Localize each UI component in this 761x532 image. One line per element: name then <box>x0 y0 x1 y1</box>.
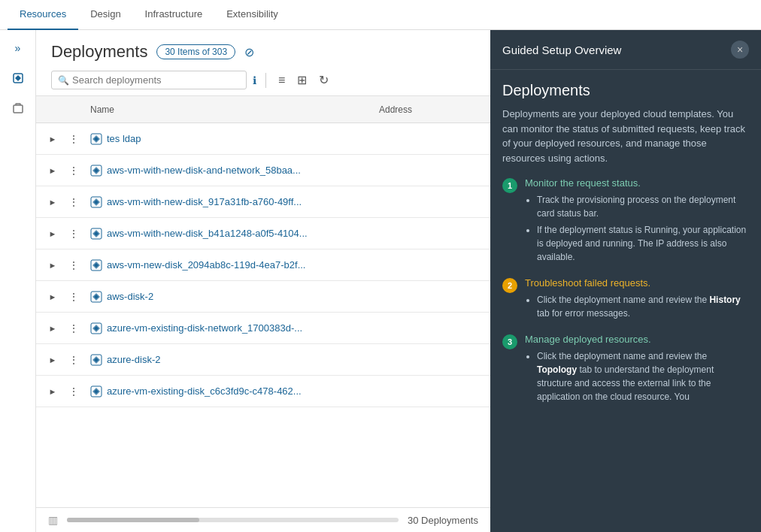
step-content: Troubleshoot failed requests. Click the … <box>525 277 749 323</box>
step-bullet: Click the deployment name and review the… <box>537 293 749 320</box>
tab-design[interactable]: Design <box>78 0 132 30</box>
row-menu[interactable]: ⋮ <box>63 259 84 271</box>
step-3: 3 Manage deployed resources. Click the d… <box>502 334 749 407</box>
table-row[interactable]: ► ⋮ azure-vm-existing-disk-network_17003… <box>36 313 490 344</box>
deployment-link[interactable]: azure-disk-2 <box>107 354 161 365</box>
filter-icon[interactable]: ⊘ <box>244 45 254 59</box>
row-name: aws-disk-2 <box>84 291 379 303</box>
step-number: 2 <box>502 278 517 293</box>
step-2: 2 Troubleshoot failed requests. Click th… <box>502 277 749 323</box>
table-wrap: Name Address ► ⋮ tes ldap ► ⋮ aws-vm-w <box>36 95 490 532</box>
deployment-link[interactable]: aws-vm-with-new-disk_917a31fb-a760-49ff.… <box>107 196 302 207</box>
table-row[interactable]: ► ⋮ aws-vm-with-new-disk_b41a1248-a0f5-4… <box>36 218 490 249</box>
panel-title: Guided Setup Overview <box>502 44 621 56</box>
vertical-divider <box>265 73 266 88</box>
deployment-link[interactable]: aws-vm-with-new-disk-and-network_58baa..… <box>107 165 301 176</box>
table-row[interactable]: ► ⋮ tes ldap <box>36 123 490 155</box>
info-icon[interactable]: ℹ <box>253 74 256 86</box>
deployment-icon <box>90 291 102 303</box>
deployment-link[interactable]: azure-vm-existing-disk-network_1700383d-… <box>107 322 302 334</box>
row-expand[interactable]: ► <box>42 355 63 364</box>
deployment-icon <box>90 259 102 271</box>
deployments-header: Deployments 30 Items of 303 ⊘ <box>36 30 490 68</box>
deployment-icon <box>90 133 102 145</box>
deployment-icon <box>90 228 102 240</box>
row-menu[interactable]: ⋮ <box>63 228 84 240</box>
row-name: aws-vm-with-new-disk-and-network_58baa..… <box>84 165 379 177</box>
table-row[interactable]: ► ⋮ azure-vm-existing-disk_c6c3fd9c-c478… <box>36 376 490 407</box>
step-content: Manage deployed resources. Click the dep… <box>525 334 749 407</box>
search-bar: 🔍 ℹ ≡ ⊞ ↻ <box>36 68 490 95</box>
table-row[interactable]: ► ⋮ azure-disk-2 <box>36 344 490 376</box>
table-footer: ▥ 30 Deployments <box>36 507 490 532</box>
footer-icons: ▥ <box>48 514 58 526</box>
sidebar: » <box>0 30 36 532</box>
search-input[interactable] <box>72 74 240 86</box>
row-expand[interactable]: ► <box>42 135 63 144</box>
step-1: 1 Monitor the request status. Track the … <box>502 177 749 267</box>
deployment-link[interactable]: aws-disk-2 <box>107 291 153 302</box>
panel-icon[interactable]: ▥ <box>48 514 58 526</box>
tab-resources[interactable]: Resources <box>8 0 78 30</box>
table-row[interactable]: ► ⋮ aws-vm-with-new-disk-and-network_58b… <box>36 155 490 186</box>
row-menu[interactable]: ⋮ <box>63 354 84 366</box>
row-expand[interactable]: ► <box>42 198 63 207</box>
table-header: Name Address <box>36 96 490 123</box>
row-menu[interactable]: ⋮ <box>63 385 84 397</box>
scrollbar-thumb <box>67 518 199 522</box>
horizontal-scrollbar[interactable] <box>67 518 399 522</box>
row-name: aws-vm-with-new-disk_917a31fb-a760-49ff.… <box>84 196 379 208</box>
tab-extensibility[interactable]: Extensibility <box>214 0 290 30</box>
deployment-icon <box>90 385 102 397</box>
row-menu[interactable]: ⋮ <box>63 133 84 145</box>
deployment-link[interactable]: tes ldap <box>107 133 141 144</box>
step-title: Monitor the request status. <box>525 177 749 189</box>
refresh-button[interactable]: ↻ <box>316 71 332 89</box>
row-name: tes ldap <box>84 133 379 145</box>
panel-body: Deployments Deployments are your deploye… <box>490 70 761 532</box>
step-bullet: Click the deployment name and review the… <box>537 349 749 404</box>
step-number: 1 <box>502 178 517 193</box>
deployment-icon <box>90 354 102 366</box>
tab-infrastructure[interactable]: Infrastructure <box>133 0 215 30</box>
table-body: ► ⋮ tes ldap ► ⋮ aws-vm-with-new-disk-an… <box>36 123 490 507</box>
panel-section-title: Deployments <box>502 82 749 99</box>
row-menu[interactable]: ⋮ <box>63 165 84 177</box>
row-name: aws-vm-new-disk_2094ab8c-119d-4ea7-b2f..… <box>84 259 379 271</box>
step-title: Troubleshoot failed requests. <box>525 277 749 289</box>
deployment-link[interactable]: aws-vm-new-disk_2094ab8c-119d-4ea7-b2f..… <box>107 259 305 271</box>
table-row[interactable]: ► ⋮ aws-disk-2 <box>36 281 490 313</box>
footer-count: 30 Deployments <box>408 515 478 526</box>
diamond-icon <box>12 72 24 84</box>
panel-description: Deployments are your deployed cloud temp… <box>502 107 749 165</box>
deployment-link[interactable]: aws-vm-with-new-disk_b41a1248-a0f5-4104.… <box>107 228 308 239</box>
list-view-button[interactable]: ≡ <box>275 72 288 89</box>
diamond-icon-btn[interactable] <box>6 66 30 90</box>
table-row[interactable]: ► ⋮ aws-vm-with-new-disk_917a31fb-a760-4… <box>36 186 490 218</box>
step-bullets: Click the deployment name and review the… <box>525 349 749 404</box>
row-name: azure-disk-2 <box>84 354 379 366</box>
row-expand[interactable]: ► <box>42 387 63 396</box>
row-expand[interactable]: ► <box>42 324 63 333</box>
search-input-wrap[interactable]: 🔍 <box>51 71 247 89</box>
collapse-button[interactable]: » <box>6 36 30 60</box>
grid-view-button[interactable]: ⊞ <box>294 71 310 89</box>
row-menu[interactable]: ⋮ <box>63 322 84 334</box>
table-row[interactable]: ► ⋮ aws-vm-new-disk_2094ab8c-119d-4ea7-b… <box>36 249 490 281</box>
cube-icon-btn[interactable] <box>6 96 30 120</box>
panel-steps: 1 Monitor the request status. Track the … <box>502 177 749 407</box>
deployment-link[interactable]: azure-vm-existing-disk_c6c3fd9c-c478-462… <box>107 385 302 397</box>
column-address: Address <box>379 104 484 115</box>
top-nav: Resources Design Infrastructure Extensib… <box>0 0 761 30</box>
page-title: Deployments <box>51 42 147 62</box>
row-menu[interactable]: ⋮ <box>63 196 84 208</box>
cube-icon <box>12 102 24 114</box>
row-expand[interactable]: ► <box>42 166 63 175</box>
row-expand[interactable]: ► <box>42 292 63 301</box>
close-button[interactable]: × <box>731 41 749 59</box>
row-expand[interactable]: ► <box>42 229 63 238</box>
guided-setup-panel: Guided Setup Overview × Deployments Depl… <box>490 30 761 532</box>
column-name: Name <box>84 104 379 115</box>
row-menu[interactable]: ⋮ <box>63 291 84 303</box>
row-expand[interactable]: ► <box>42 261 63 270</box>
